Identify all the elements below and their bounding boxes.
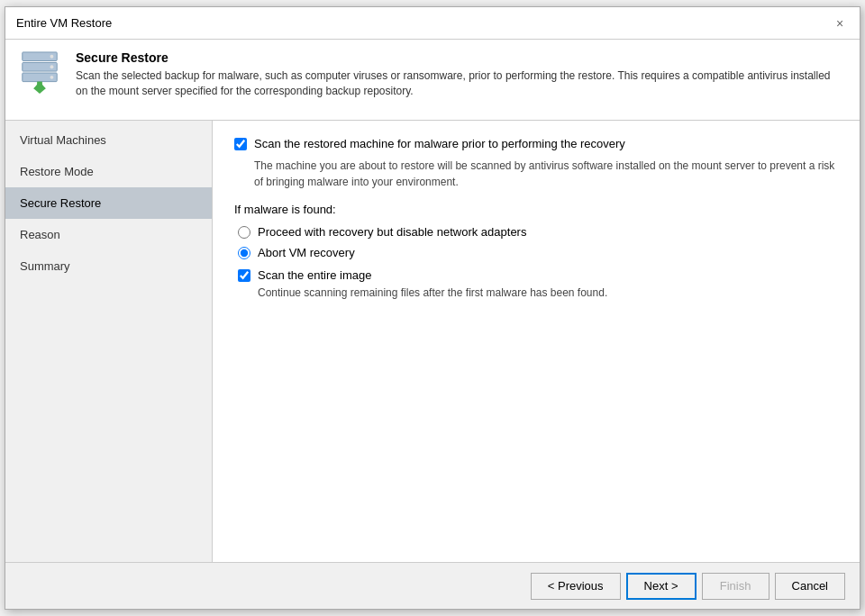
scan-checkbox-row: Scan the restored machine for malware pr…	[234, 137, 838, 150]
footer: < Previous Next > Finish Cancel	[5, 562, 860, 609]
scan-checkbox[interactable]	[234, 138, 247, 150]
header-icon	[20, 50, 63, 94]
sidebar-item-virtual-machines[interactable]: Virtual Machines	[5, 124, 212, 156]
scan-description: The machine you are about to restore wil…	[254, 158, 838, 190]
scan-checkbox-label[interactable]: Scan the restored machine for malware pr…	[254, 137, 625, 150]
sidebar: Virtual Machines Restore Mode Secure Res…	[5, 121, 213, 562]
sidebar-item-secure-restore[interactable]: Secure Restore	[5, 187, 212, 219]
header-section: Secure Restore Scan the selected backup …	[5, 40, 860, 121]
close-button[interactable]: ×	[831, 14, 849, 32]
svg-marker-9	[33, 82, 45, 89]
title-bar: Entire VM Restore ×	[5, 7, 860, 40]
header-description: Scan the selected backup for malware, su…	[76, 68, 845, 99]
radio-proceed-row: Proceed with recovery but disable networ…	[238, 225, 838, 239]
radio-proceed-label[interactable]: Proceed with recovery but disable networ…	[258, 225, 526, 239]
main-content: Scan the restored machine for malware pr…	[213, 121, 860, 562]
finish-button[interactable]: Finish	[702, 573, 769, 600]
cancel-button[interactable]: Cancel	[775, 573, 845, 600]
malware-found-label: If malware is found:	[234, 203, 838, 216]
content-area: Virtual Machines Restore Mode Secure Res…	[5, 121, 860, 562]
header-title: Secure Restore	[76, 50, 845, 65]
svg-point-5	[50, 76, 54, 79]
entire-vm-restore-dialog: Entire VM Restore × Secure Restore	[5, 6, 860, 610]
radio-proceed[interactable]	[238, 226, 250, 239]
radio-abort-row: Abort VM recovery	[238, 246, 838, 259]
radio-abort-label[interactable]: Abort VM recovery	[258, 246, 355, 259]
header-text: Secure Restore Scan the selected backup …	[76, 50, 845, 99]
entire-image-checkbox[interactable]	[238, 269, 250, 282]
entire-image-description: Continue scanning remaining files after …	[258, 285, 838, 301]
entire-image-label[interactable]: Scan the entire image	[258, 268, 371, 282]
radio-abort[interactable]	[238, 247, 250, 259]
next-button[interactable]: Next >	[626, 573, 697, 600]
dialog-title: Entire VM Restore	[16, 16, 112, 30]
svg-point-4	[50, 65, 54, 68]
previous-button[interactable]: < Previous	[531, 573, 621, 600]
sidebar-item-summary[interactable]: Summary	[5, 250, 212, 282]
entire-image-row: Scan the entire image	[238, 268, 838, 282]
sidebar-item-reason[interactable]: Reason	[5, 219, 212, 250]
svg-point-3	[50, 55, 54, 59]
sidebar-item-restore-mode[interactable]: Restore Mode	[5, 156, 212, 187]
